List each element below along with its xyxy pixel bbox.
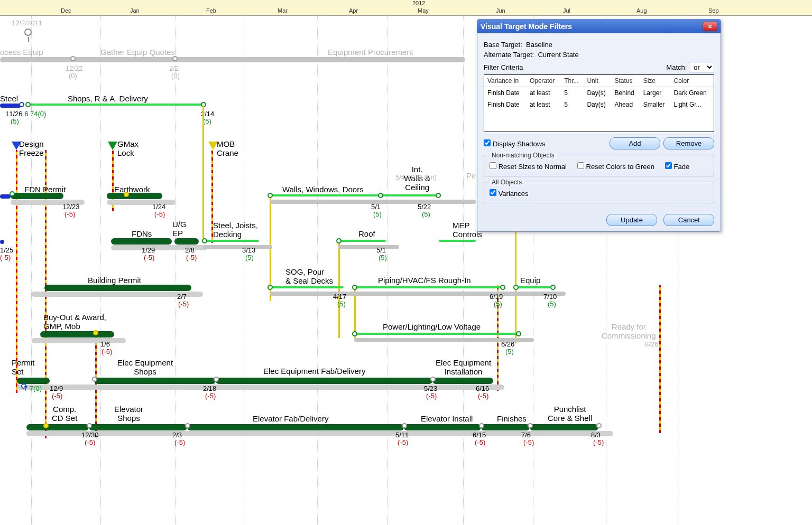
month-jan: Jan xyxy=(130,7,140,14)
task-eeshops: Elec Equipment Shops xyxy=(117,358,173,376)
node-icon[interactable] xyxy=(70,56,76,61)
remove-button[interactable]: Remove xyxy=(663,137,714,149)
bar-fdn-permit[interactable] xyxy=(11,193,63,199)
month-jul: Jul xyxy=(563,7,570,14)
dialog-title: Visual Target Mode Filters xyxy=(481,22,703,31)
var-gather: (0) xyxy=(69,72,77,80)
cancel-button[interactable]: Cancel xyxy=(663,214,714,226)
close-button[interactable]: ✕ xyxy=(703,22,717,31)
bar-sog[interactable] xyxy=(270,286,344,288)
month-jun: Jun xyxy=(496,7,505,14)
bar-pset[interactable] xyxy=(17,378,50,384)
filter-table[interactable]: Variance in Operator Thr... Unit Status … xyxy=(484,74,714,132)
bar-shops[interactable] xyxy=(26,104,204,106)
bar-equip[interactable] xyxy=(515,286,552,288)
bar-eefab[interactable] xyxy=(216,378,432,384)
var-equip-proc: (0) xyxy=(171,72,180,80)
task-elshops: Elevator Shops xyxy=(114,405,143,423)
bar-power[interactable] xyxy=(354,333,518,335)
task-ugep: U/G EP xyxy=(172,220,187,238)
nonmatching-group: Non-matching Objects Reset Sizes to Norm… xyxy=(484,155,714,176)
node-icon[interactable] xyxy=(172,56,178,61)
bar-eeshops[interactable] xyxy=(94,378,216,384)
alt-target-value: Current State xyxy=(538,51,578,59)
task-shops: Shops, R & A, Delivery xyxy=(68,94,148,103)
task-sjd: Steel, Joists, Decking xyxy=(213,221,258,239)
task-equip: Equip xyxy=(520,276,540,285)
reset-colors-checkbox[interactable] xyxy=(577,162,584,169)
task-gather-quotes: Gather Equip Quotes xyxy=(100,48,175,57)
timeline-header: 2012 Dec Jan Feb Mar Apr May Jun Jul Aug… xyxy=(0,0,812,16)
task-power: Power/Lighting/Low Voltage xyxy=(383,322,481,331)
task-equip-procurement: Equipment Procurement xyxy=(328,48,413,57)
bar-ugep[interactable] xyxy=(174,238,199,245)
dependency-link xyxy=(338,243,340,338)
table-row[interactable]: Finish Dateat least5Day(s)AheadSmallerLi… xyxy=(484,99,714,110)
fade-checkbox[interactable] xyxy=(665,162,672,169)
month-feb: Feb xyxy=(206,7,216,14)
bar-fin[interactable] xyxy=(481,424,530,430)
display-shadows-checkbox[interactable] xyxy=(484,139,491,146)
add-button[interactable]: Add xyxy=(610,137,660,149)
bar-intwalls[interactable] xyxy=(381,194,439,196)
filter-criteria-label: Filter Criteria xyxy=(484,63,666,71)
marker-date: 12/2/2011 xyxy=(12,19,42,27)
now-marker-icon xyxy=(24,29,32,36)
date-gather: 12/22 xyxy=(66,64,83,72)
bar-buyout[interactable] xyxy=(40,331,114,338)
base-target-value: Baseline xyxy=(526,41,552,49)
milestone-design-freeze: Design Freeze xyxy=(19,139,44,157)
task-finishes: Finishes xyxy=(497,414,527,423)
milestone-gmax-lock-icon[interactable] xyxy=(108,142,117,150)
task-buyout: Buy-Out & Award, GMP, Mob xyxy=(43,313,106,331)
bar-elshops[interactable] xyxy=(89,424,187,430)
task-eeinst: Elec Equipment Installation xyxy=(436,358,491,376)
match-label: Match: xyxy=(666,63,687,71)
variances-checkbox[interactable] xyxy=(490,189,496,196)
date-steel: 11/26 6 74(0) xyxy=(5,110,46,118)
milestone-gmax-lock: GMax Lock xyxy=(117,139,139,157)
task-pe: Pe xyxy=(466,171,476,180)
month-sep: Sep xyxy=(708,7,719,14)
reset-sizes-checkbox[interactable] xyxy=(490,162,496,169)
allobjects-group: All Objects Variances xyxy=(484,182,714,203)
bar-sjd[interactable] xyxy=(204,240,259,242)
task-steel: Steel xyxy=(0,94,18,103)
task-elinst: Elevator Install xyxy=(421,414,473,423)
bar-compcd[interactable] xyxy=(26,424,89,430)
bar-fdns[interactable] xyxy=(111,238,172,245)
month-mar: Mar xyxy=(278,7,288,14)
bar-bpermit[interactable] xyxy=(44,285,191,291)
task-ready-commission: Ready for Commissioning xyxy=(602,322,656,340)
bar-elinst[interactable] xyxy=(404,424,481,430)
dialog-titlebar[interactable]: Visual Target Mode Filters ✕ xyxy=(477,20,721,33)
task-eefab: Elec Equipment Fab/Delivery xyxy=(263,367,365,376)
var-steel: (5) xyxy=(11,117,19,125)
month-aug: Aug xyxy=(636,7,647,14)
task-elfab: Elevator Fab/Delivery xyxy=(253,414,328,423)
month-apr: Apr xyxy=(349,7,358,14)
node-icon[interactable] xyxy=(19,102,24,107)
task-compcd: Comp. CD Set xyxy=(52,405,77,423)
task-punch: Punchlist Core & Shell xyxy=(548,405,592,423)
bar-mep[interactable] xyxy=(439,240,476,242)
dependency-link xyxy=(16,150,17,393)
task-roof: Roof xyxy=(358,229,375,238)
bar-equip-procurement[interactable] xyxy=(0,57,465,62)
bar-wwd[interactable] xyxy=(270,194,381,196)
bar-piping[interactable] xyxy=(354,286,502,288)
table-row[interactable]: Finish Dateat least5Day(s)BehindLargerDa… xyxy=(484,87,714,99)
bar-steel[interactable] xyxy=(0,104,21,108)
update-button[interactable]: Update xyxy=(606,214,657,226)
bar-punch[interactable] xyxy=(530,424,598,430)
node-icon[interactable] xyxy=(25,102,31,107)
task-wwd: Walls, Windows, Doors xyxy=(282,185,364,194)
task-bpermit: Building Permit xyxy=(88,276,141,285)
bar-earthwork[interactable] xyxy=(107,193,162,199)
bar-eeinst[interactable] xyxy=(432,378,493,384)
match-select[interactable]: or xyxy=(689,62,714,72)
alt-target-label: Alternate Target: xyxy=(484,51,534,59)
bar-elfab[interactable] xyxy=(187,424,404,430)
bar-roof[interactable] xyxy=(338,240,386,242)
int-date2: 5/4/2012 (Fri) xyxy=(395,173,437,181)
